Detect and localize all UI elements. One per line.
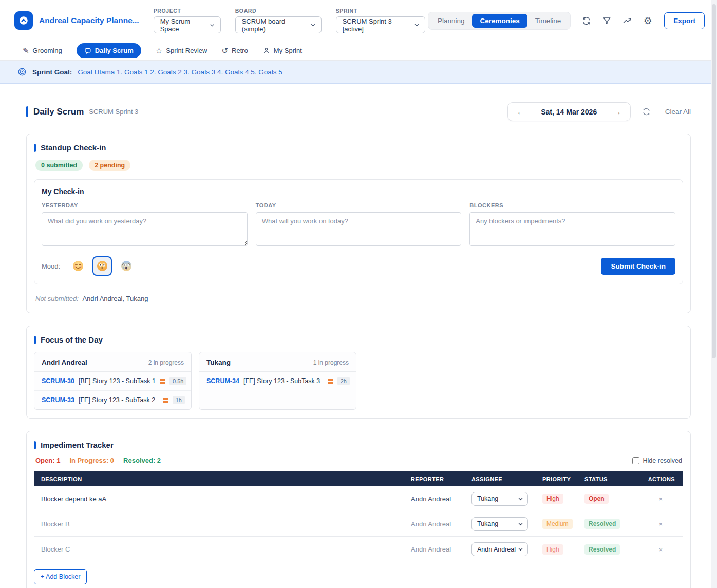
prev-day-button[interactable]: ← bbox=[517, 107, 524, 116]
focus-title-row: Focus of the Day bbox=[34, 335, 683, 344]
subnav-item-retro[interactable]: ↺ Retro bbox=[221, 47, 248, 54]
in-progress-count: In Progress: 0 bbox=[69, 457, 114, 464]
assignee-value: Andri Andreal bbox=[477, 546, 516, 553]
assignee-value: Tukang bbox=[477, 520, 498, 527]
add-blocker-button[interactable]: + Add Blocker bbox=[34, 569, 87, 584]
open-count: Open: 1 bbox=[35, 457, 60, 464]
resolved-count: Resolved: 2 bbox=[123, 457, 161, 464]
tab-timeline[interactable]: Timeline bbox=[527, 14, 569, 28]
issue-key-link[interactable]: SCRUM-34 bbox=[206, 377, 239, 385]
hours-badge: 1h bbox=[173, 396, 185, 404]
chevron-down-icon bbox=[310, 22, 316, 28]
mood-anxious-button[interactable] bbox=[117, 256, 136, 276]
assignee-select[interactable]: Tukang bbox=[471, 492, 528, 506]
scrollbar-thumb[interactable] bbox=[712, 4, 716, 358]
yesterday-input[interactable] bbox=[42, 212, 248, 246]
tab-ceremonies[interactable]: Ceremonies bbox=[472, 14, 527, 28]
subnav-item-my-sprint[interactable]: My Sprint bbox=[262, 47, 302, 54]
filter-icon[interactable] bbox=[601, 15, 612, 26]
sprint-select[interactable]: SCRUM Sprint 3 [active] bbox=[336, 16, 425, 33]
person-card-header: Andri Andreal 2 in progress bbox=[34, 352, 191, 372]
task-row[interactable]: SCRUM-34 [FE] Story 123 - SubTask 3 2h bbox=[199, 372, 356, 390]
blocker-description: Blocker C bbox=[34, 545, 411, 553]
person-card: Tukang 1 in progress SCRUM-34 [FE] Story… bbox=[199, 352, 356, 410]
assignee-select[interactable]: Andri Andreal bbox=[471, 542, 528, 556]
status-badge: Resolved bbox=[584, 519, 620, 529]
blockers-label: BLOCKERS bbox=[469, 202, 675, 208]
medium-priority-icon bbox=[328, 379, 333, 384]
project-select[interactable]: My Scrum Space bbox=[154, 16, 221, 33]
current-date[interactable]: Sat, 14 Mar 2026 bbox=[541, 108, 597, 116]
mood-flushed-button[interactable] bbox=[92, 256, 112, 276]
person-card: Andri Andreal 2 in progress SCRUM-30 [BE… bbox=[34, 352, 192, 410]
col-status: STATUS bbox=[584, 476, 637, 482]
focus-of-day-card: Focus of the Day Andri Andreal 2 in prog… bbox=[26, 326, 691, 419]
issue-key-link[interactable]: SCRUM-30 bbox=[42, 377, 74, 385]
accent-bar bbox=[34, 336, 36, 344]
chevron-down-icon bbox=[518, 521, 523, 527]
delete-blocker-icon[interactable]: × bbox=[658, 520, 663, 528]
tab-planning[interactable]: Planning bbox=[430, 14, 473, 28]
hours-badge: 0.5h bbox=[169, 377, 186, 385]
priority-badge: Medium bbox=[542, 519, 573, 529]
issue-key-link[interactable]: SCRUM-33 bbox=[42, 396, 74, 404]
table-row: Blocker depend ke aA Andri Andreal Tukan… bbox=[34, 486, 683, 511]
in-progress-count: 2 in progress bbox=[148, 359, 184, 366]
delete-blocker-icon[interactable]: × bbox=[658, 546, 663, 554]
target-icon bbox=[17, 67, 27, 77]
mood-label: Mood: bbox=[42, 262, 60, 270]
app-header: Andreal Capacity Planne... PROJECT My Sc… bbox=[0, 0, 717, 41]
next-day-button[interactable]: → bbox=[614, 107, 621, 116]
task-row[interactable]: SCRUM-30 [BE] Story 123 - SubTask 1 0.5h bbox=[34, 372, 191, 391]
priority-badge: High bbox=[542, 544, 563, 555]
chevron-down-icon bbox=[414, 22, 420, 28]
clear-all-button[interactable]: Clear All bbox=[665, 108, 691, 116]
my-checkin-title: My Check-in bbox=[42, 187, 675, 196]
project-value: My Scrum Space bbox=[160, 17, 205, 33]
not-submitted-label: Not submitted: bbox=[35, 295, 79, 302]
blockers-input[interactable] bbox=[469, 212, 675, 246]
app-logo-icon[interactable] bbox=[14, 11, 33, 30]
mood-happy-button[interactable] bbox=[68, 256, 88, 276]
person-name: Andri Andreal bbox=[42, 358, 87, 366]
table-header: DESCRIPTION REPORTER ASSIGNEE PRIORITY S… bbox=[34, 471, 683, 486]
subnav-item-daily-scrum[interactable]: Daily Scrum bbox=[77, 43, 141, 58]
page-head: Daily Scrum SCRUM Sprint 3 ← Sat, 14 Mar… bbox=[26, 102, 691, 121]
refresh-icon[interactable] bbox=[581, 15, 591, 26]
subnav-item-grooming[interactable]: ✎ Grooming bbox=[23, 47, 62, 54]
blocker-reporter: Andri Andreal bbox=[411, 520, 471, 528]
task-meta: 2h bbox=[328, 377, 350, 385]
today-label: TODAY bbox=[256, 202, 462, 208]
assignee-select[interactable]: Tukang bbox=[471, 517, 528, 531]
standup-title: Standup Check-in bbox=[41, 143, 106, 152]
medium-priority-icon bbox=[163, 398, 168, 403]
col-reporter: REPORTER bbox=[411, 476, 471, 482]
blocker-reporter: Andri Andreal bbox=[411, 495, 471, 503]
today-field-group: TODAY bbox=[256, 202, 462, 248]
pencil-icon: ✎ bbox=[23, 47, 29, 54]
chevron-down-icon bbox=[518, 496, 523, 502]
trend-icon[interactable] bbox=[622, 15, 632, 26]
ceremonies-subnav: ✎ Grooming Daily Scrum ☆ Sprint Review ↺… bbox=[0, 41, 717, 61]
hide-resolved-checkbox[interactable] bbox=[632, 457, 639, 464]
sprint-label: SPRINT bbox=[336, 8, 425, 14]
hide-resolved-toggle[interactable]: Hide resolved bbox=[632, 457, 683, 464]
export-button[interactable]: Export bbox=[664, 12, 705, 29]
today-input[interactable] bbox=[256, 212, 462, 246]
page-scrollbar[interactable] bbox=[711, 0, 717, 588]
chevron-down-icon bbox=[518, 546, 523, 552]
mood-flushed-icon bbox=[96, 260, 108, 272]
delete-blocker-icon[interactable]: × bbox=[658, 495, 663, 503]
priority-badge: High bbox=[542, 494, 563, 504]
submitted-badge: 0 submitted bbox=[35, 160, 83, 171]
subnav-item-sprint-review[interactable]: ☆ Sprint Review bbox=[156, 47, 207, 54]
project-label: PROJECT bbox=[154, 8, 221, 14]
settings-icon[interactable]: ⚙ bbox=[643, 15, 653, 26]
blockers-field-group: BLOCKERS bbox=[469, 202, 675, 248]
task-row[interactable]: SCRUM-33 [FE] Story 123 - SubTask 2 1h bbox=[34, 391, 191, 409]
submit-checkin-button[interactable]: Submit Check-in bbox=[601, 258, 675, 275]
col-description: DESCRIPTION bbox=[34, 476, 411, 482]
app-title[interactable]: Andreal Capacity Planne... bbox=[39, 16, 139, 25]
refresh-day-icon[interactable] bbox=[642, 107, 651, 116]
board-select[interactable]: SCRUM board (simple) bbox=[235, 16, 322, 33]
